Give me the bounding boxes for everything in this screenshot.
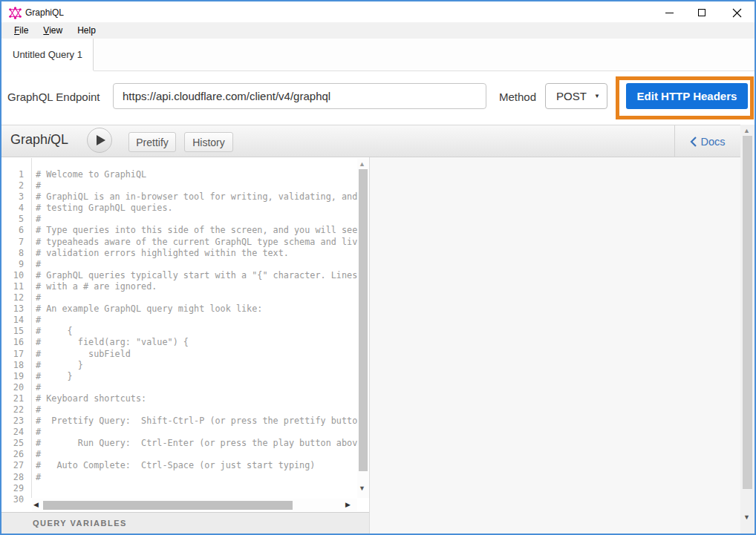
line-number: 28 — [1, 472, 24, 483]
line-number: 21 — [1, 393, 24, 404]
editor-hscrollbar-thumb[interactable] — [43, 501, 293, 510]
line-number: 17 — [1, 349, 24, 360]
code-line: # — [36, 259, 357, 270]
minimize-button[interactable] — [658, 4, 680, 22]
code-line: # — [36, 382, 357, 393]
scroll-down-icon[interactable]: ▼ — [359, 485, 365, 492]
line-number: 27 — [1, 460, 24, 471]
close-button[interactable] — [726, 4, 748, 22]
dropdown-arrow-icon: ▼ — [594, 93, 600, 99]
maximize-icon — [698, 9, 706, 16]
code-line — [36, 483, 357, 494]
docs-toggle[interactable]: Docs — [674, 125, 740, 157]
code-line: # with a # are ignored. — [36, 281, 357, 292]
menu-item-file[interactable]: File — [7, 24, 35, 37]
window-vscrollbar-thumb[interactable] — [743, 136, 752, 489]
menu-item-view[interactable]: View — [36, 24, 69, 37]
history-button[interactable]: History — [184, 132, 233, 152]
method-value: POST — [556, 90, 587, 102]
code-line: # Prettify Query: Shift-Ctrl-P (or press… — [36, 416, 357, 427]
line-number: 18 — [1, 360, 24, 371]
window-border-top — [0, 0, 756, 1]
line-number: 23 — [1, 416, 24, 427]
code-line: # — [36, 180, 357, 191]
scroll-left-icon[interactable]: ◀ — [33, 501, 39, 508]
docs-label: Docs — [700, 136, 725, 148]
endpoint-input[interactable] — [113, 83, 486, 109]
code-line: # testing GraphQL queries. — [36, 203, 357, 214]
code-line: # — [36, 427, 357, 438]
maximize-button[interactable] — [691, 4, 713, 22]
line-number: 29 — [1, 483, 24, 494]
code-line: # — [36, 315, 357, 326]
line-number: 2 — [1, 180, 24, 191]
code-line: # } — [36, 371, 357, 382]
code-line: # { — [36, 326, 357, 337]
scroll-up-icon[interactable]: ▲ — [359, 160, 365, 168]
code-line: # field(arg: "value") { — [36, 337, 357, 348]
line-number: 3 — [1, 191, 24, 203]
result-pane — [370, 157, 740, 534]
logo-part1: Graph — [10, 132, 48, 147]
app-window: GraphiQL FileViewHelp Untitled Query 1 G… — [0, 0, 756, 535]
code-line: # — [36, 404, 357, 416]
line-number: 8 — [1, 248, 24, 259]
line-number: 4 — [1, 203, 24, 214]
minimize-icon — [665, 13, 674, 13]
line-number: 16 — [1, 337, 24, 348]
line-number: 19 — [1, 371, 24, 382]
code-line: # Welcome to GraphiQL — [36, 169, 357, 180]
chevron-left-icon — [690, 137, 697, 147]
execute-query-button[interactable] — [87, 128, 112, 153]
editor-code[interactable]: # Welcome to GraphiQL## GraphiQL is an i… — [36, 169, 357, 499]
graphiql-logo: GraphiQL — [10, 132, 68, 148]
line-number: 15 — [1, 326, 24, 337]
graphql-logo-icon — [9, 7, 22, 19]
scroll-right-icon[interactable]: ▶ — [345, 501, 351, 508]
graphiql-toolbar — [1, 125, 740, 157]
tab-strip — [1, 39, 755, 71]
menu-bar: FileViewHelp — [1, 22, 755, 39]
query-variables-bar[interactable]: QUERY VARIABLES — [1, 512, 369, 534]
line-number: 12 — [1, 292, 24, 303]
code-line: # — [36, 292, 357, 303]
line-number: 5 — [1, 214, 24, 225]
line-number: 7 — [1, 237, 24, 248]
line-number: 30 — [1, 494, 24, 505]
method-select[interactable]: POST ▼ — [545, 83, 607, 109]
menu-item-help[interactable]: Help — [71, 24, 102, 37]
window-scroll-up-icon[interactable]: ▲ — [743, 127, 750, 134]
code-line: # Run Query: Ctrl-Enter (or press the pl… — [36, 438, 357, 449]
window-scroll-down-icon[interactable]: ▼ — [743, 513, 750, 521]
code-line: # Keyboard shortcuts: — [36, 393, 357, 404]
window-title: GraphiQL — [25, 7, 64, 18]
endpoint-label: GraphQL Endpoint — [7, 91, 100, 103]
code-line: # — [36, 472, 357, 483]
line-number: 14 — [1, 315, 24, 326]
line-number: 25 — [1, 438, 24, 449]
editor-vscrollbar-thumb[interactable] — [359, 169, 368, 471]
play-icon — [97, 135, 105, 145]
close-icon — [732, 8, 742, 18]
line-number: 22 — [1, 404, 24, 416]
code-line: # Auto Complete: Ctrl-Space (or just sta… — [36, 460, 357, 471]
method-label: Method — [499, 91, 536, 103]
code-line: # Type queries into this side of the scr… — [36, 225, 357, 236]
line-number: 1 — [1, 169, 24, 180]
title-bar[interactable]: GraphiQL — [1, 1, 755, 22]
line-number: 26 — [1, 449, 24, 460]
line-number: 13 — [1, 303, 24, 315]
code-line: # — [36, 449, 357, 460]
line-number: 6 — [1, 225, 24, 236]
line-number: 24 — [1, 427, 24, 438]
code-line: # — [36, 214, 357, 225]
gutter-divider — [31, 158, 32, 498]
line-number: 11 — [1, 281, 24, 292]
line-number: 20 — [1, 382, 24, 393]
prettify-button[interactable]: Prettify — [128, 132, 176, 152]
code-line: # An example GraphQL query might look li… — [36, 303, 357, 315]
window-border-left — [0, 0, 1, 535]
tab-untitled-query-1[interactable]: Untitled Query 1 — [1, 39, 94, 70]
code-line: # typeaheads aware of the current GraphQ… — [36, 237, 357, 248]
edit-http-headers-button[interactable]: Edit HTTP Headers — [626, 83, 748, 109]
